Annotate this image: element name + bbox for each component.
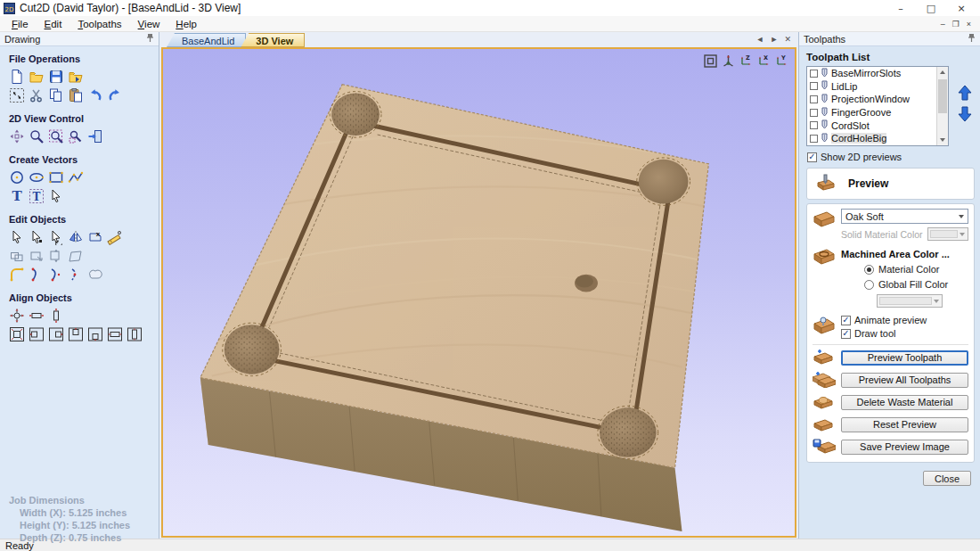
close-window-button[interactable]: × [946,0,976,16]
menu-help[interactable]: Help [167,18,205,30]
zoom-extents-icon[interactable] [703,53,718,69]
tab-scroll-right-icon[interactable]: ► [771,35,779,44]
toolpath-checkbox[interactable] [810,70,818,78]
undo-icon[interactable] [87,87,103,103]
menu-file[interactable]: File [4,18,37,30]
animate-preview-checkbox[interactable]: ✓ [841,316,851,325]
draw-polyline-icon[interactable] [68,169,84,185]
fillet-icon[interactable] [9,267,25,283]
pin-icon[interactable] [968,33,976,45]
draw-rectangle-icon[interactable] [48,169,64,185]
measure-icon[interactable] [107,229,123,245]
reset-preview-button[interactable]: Reset Preview [841,417,968,432]
global-fill-radio[interactable] [864,280,874,290]
pan-view-icon[interactable] [9,128,25,144]
toolpath-checkbox[interactable] [810,82,818,90]
select-all-icon[interactable] [9,87,25,103]
import-vectors-icon[interactable] [68,69,84,85]
scale-icon[interactable] [29,248,45,264]
switch-view-icon[interactable] [87,128,103,144]
maximize-button[interactable]: □ [916,0,946,16]
zoom-box-icon[interactable] [48,128,64,144]
draw-tool-checkbox[interactable]: ✓ [841,329,851,339]
new-file-icon[interactable] [9,69,25,85]
toolpath-item-cordholebig[interactable]: CordHoleBig [807,132,936,145]
align-left-icon[interactable] [29,326,45,342]
copy-icon[interactable] [48,87,64,103]
tab-baseandlid[interactable]: BaseAndLid [167,33,246,47]
x-axis-view-icon[interactable]: X [756,53,772,69]
distort-icon[interactable] [68,248,84,264]
material-color-radio-row[interactable]: Material Color [864,264,968,275]
menu-view[interactable]: View [130,18,168,30]
draw-tool-row[interactable]: ✓ Draw tool [841,328,968,339]
toolpath-list[interactable]: BaseMirrorSlotsLidLipProjectionWindowFin… [806,66,949,146]
mdi-minimize-button[interactable]: – [941,20,945,29]
scroll-thumb[interactable] [938,79,947,113]
align-bottom-icon[interactable] [87,326,103,342]
toolpath-checkbox[interactable] [810,95,818,103]
pin-icon[interactable] [146,33,154,45]
toolpath-checkbox[interactable] [810,121,818,129]
trim-curve-icon[interactable] [68,267,84,283]
scroll-up-icon[interactable] [937,67,948,78]
paste-icon[interactable] [68,87,84,103]
z-axis-view-icon[interactable]: Z [739,53,754,69]
material-select[interactable]: Oak Soft [841,209,968,224]
preview-all-toolpaths-button[interactable]: Preview All Toolpaths [841,373,968,388]
global-fill-radio-row[interactable]: Global Fill Color [864,279,968,290]
scroll-down-icon[interactable] [937,135,948,145]
transform-mode-icon[interactable] [48,229,64,245]
cut-icon[interactable] [29,87,45,103]
material-color-radio[interactable] [864,265,874,275]
draw-circle-icon[interactable] [9,169,25,185]
toolpath-item-fingergroove[interactable]: FingerGroove [807,106,936,119]
delete-waste-material-button[interactable]: Delete Waste Material [841,395,968,410]
y-axis-view-icon[interactable]: Y [774,53,789,69]
close-button[interactable]: Close [923,471,971,486]
preview-toolpath-button[interactable]: Preview Toolpath [841,350,968,366]
toolpath-item-projectionwindow[interactable]: ProjectionWindow [807,93,936,106]
node-edit-icon[interactable] [29,229,45,245]
open-file-icon[interactable] [29,69,45,85]
align-inside-icon[interactable] [9,326,25,342]
toolpath-item-cordslot[interactable]: CordSlot [807,119,936,132]
tab-scroll-left-icon[interactable]: ◄ [756,35,764,44]
animate-preview-row[interactable]: ✓ Animate preview [841,315,968,325]
toolpath-item-basemirrorslots[interactable]: BaseMirrorSlots [807,67,936,80]
select-vectors-icon[interactable] [48,188,64,204]
zoom-selected-icon[interactable] [68,128,84,144]
weld-icon[interactable] [87,267,103,283]
tab-3d-view[interactable]: 3D View [241,33,305,47]
join-curve-icon[interactable] [29,267,45,283]
redo-icon[interactable] [107,87,123,103]
align-center-icon[interactable] [9,308,25,324]
delete-vector-icon[interactable]: x [87,229,103,245]
align-top-icon[interactable] [68,326,84,342]
3d-view[interactable]: ZXY [161,47,796,538]
toolpath-item-lidlip[interactable]: LidLip [807,80,936,94]
mdi-close-button[interactable]: × [967,20,971,29]
mdi-restore-button[interactable]: ❐ [952,20,960,29]
align-middle-v-icon[interactable] [127,326,143,342]
isometric-view-icon[interactable] [721,53,736,69]
move-icon[interactable] [48,248,64,264]
align-center-h-icon[interactable] [29,308,45,324]
show-2d-previews-checkbox[interactable]: ✓ [807,152,817,162]
move-toolpath-down-button[interactable] [956,105,974,123]
toolpath-checkbox[interactable] [810,135,818,143]
save-file-icon[interactable] [48,69,64,85]
toolpath-list-scrollbar[interactable] [936,67,948,145]
menu-toolpaths[interactable]: Toolpaths [69,18,129,30]
save-preview-image-button[interactable]: Save Preview Image [841,440,968,455]
align-middle-h-icon[interactable] [107,326,123,342]
draw-text-icon[interactable]: T [9,188,25,204]
show-2d-previews[interactable]: ✓ Show 2D previews [807,152,975,162]
tab-close-icon[interactable]: ✕ [784,35,791,44]
zoom-interactive-icon[interactable] [29,128,45,144]
toolpath-checkbox[interactable] [810,109,818,117]
menu-edit[interactable]: Edit [37,18,70,30]
draw-ellipse-icon[interactable] [29,169,45,185]
move-toolpath-up-button[interactable] [956,84,974,102]
align-center-v-icon[interactable] [48,308,64,324]
